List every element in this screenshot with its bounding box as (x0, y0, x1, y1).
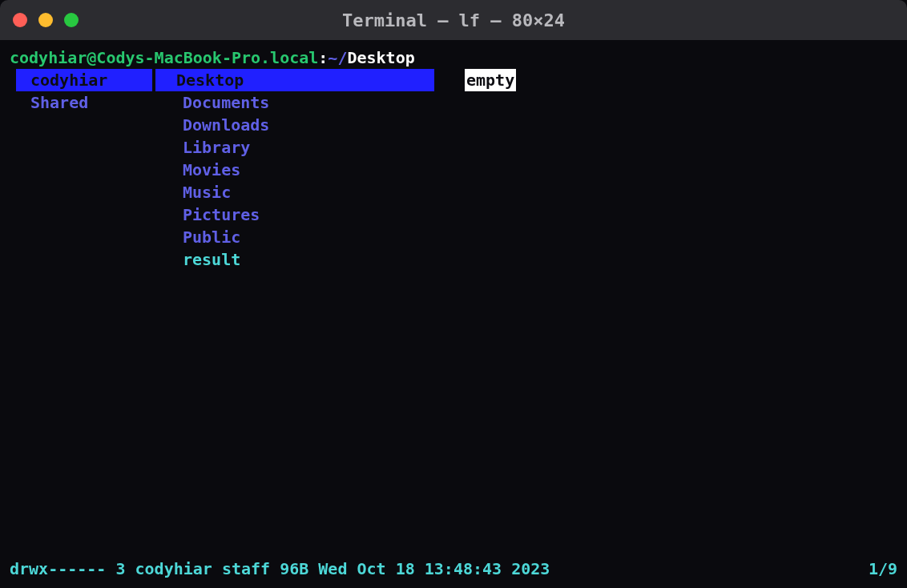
prompt-user-host: codyhiar@Codys-MacBook-Pro.local (10, 48, 318, 67)
parent-column: codyhiar Shared (10, 69, 162, 558)
terminal-body[interactable]: codyhiar@Codys-MacBook-Pro.local:~/Deskt… (0, 40, 907, 588)
current-entry[interactable]: Public (162, 226, 458, 248)
current-entry[interactable]: Pictures (162, 203, 458, 226)
maximize-icon[interactable] (64, 13, 79, 27)
minimize-icon[interactable] (38, 13, 53, 27)
status-position: 1/9 (869, 558, 897, 580)
current-entry[interactable]: Documents (162, 91, 458, 114)
current-column: Desktop Documents Downloads Library Movi… (162, 69, 458, 558)
prompt-path: Desktop (347, 48, 414, 67)
current-entry[interactable]: Music (162, 181, 458, 203)
current-entry[interactable]: Downloads (162, 114, 458, 136)
current-entry[interactable]: Movies (162, 159, 458, 181)
window-titlebar: Terminal — lf — 80×24 (0, 0, 907, 40)
file-columns: codyhiar Shared Desktop Documents Downlo… (10, 69, 897, 558)
prompt-tilde: ~/ (328, 48, 347, 67)
close-icon[interactable] (13, 13, 27, 27)
prompt-line: codyhiar@Codys-MacBook-Pro.local:~/Deskt… (10, 46, 897, 69)
empty-badge: empty (465, 69, 516, 91)
parent-entry[interactable]: Shared (10, 91, 162, 114)
parent-entry[interactable]: codyhiar (16, 69, 152, 91)
preview-column: empty (458, 69, 897, 558)
current-entry[interactable]: Desktop (155, 69, 434, 91)
window-title: Terminal — lf — 80×24 (342, 10, 565, 30)
status-file-info: drwx------ 3 codyhiar staff 96B Wed Oct … (10, 558, 550, 580)
status-line: drwx------ 3 codyhiar staff 96B Wed Oct … (10, 558, 897, 583)
current-entry[interactable]: result (162, 248, 458, 271)
empty-indicator: empty (458, 69, 897, 91)
prompt-colon: : (318, 48, 328, 67)
traffic-lights (13, 13, 79, 27)
current-entry[interactable]: Library (162, 136, 458, 159)
